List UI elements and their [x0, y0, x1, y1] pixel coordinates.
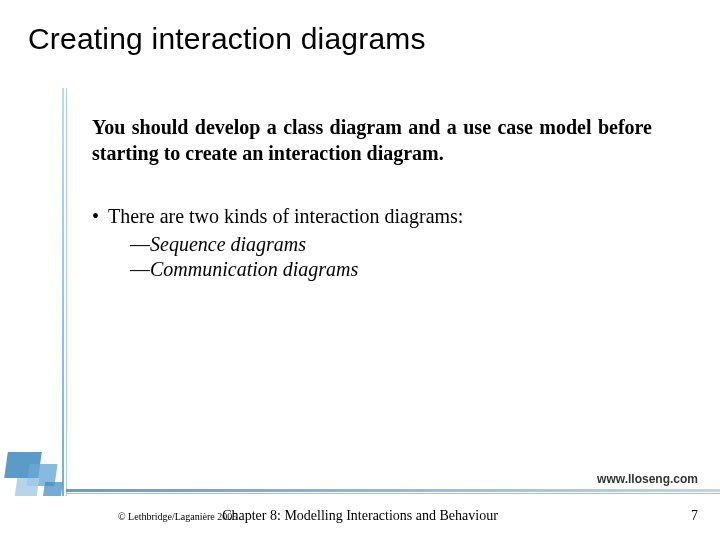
site-url: www.lloseng.com — [593, 472, 702, 486]
kind-sequence: Sequence diagrams — [92, 232, 652, 258]
slide-title: Creating interaction diagrams — [28, 22, 426, 56]
kinds-list: Sequence diagrams Communication diagrams — [92, 232, 652, 283]
intro-paragraph: You should develop a class diagram and a… — [92, 115, 652, 166]
corner-logo — [2, 450, 74, 510]
bullet-block: There are two kinds of interaction diagr… — [92, 204, 652, 283]
left-accent-lines — [62, 88, 68, 496]
content-area: You should develop a class diagram and a… — [92, 115, 652, 283]
chapter-label: Chapter 8: Modelling Interactions and Be… — [0, 508, 720, 524]
bottom-divider — [0, 489, 720, 495]
bullet-kinds: There are two kinds of interaction diagr… — [92, 204, 652, 230]
kind-communication: Communication diagrams — [92, 257, 652, 283]
slide: Creating interaction diagrams You should… — [0, 0, 720, 540]
page-number: 7 — [691, 508, 698, 524]
